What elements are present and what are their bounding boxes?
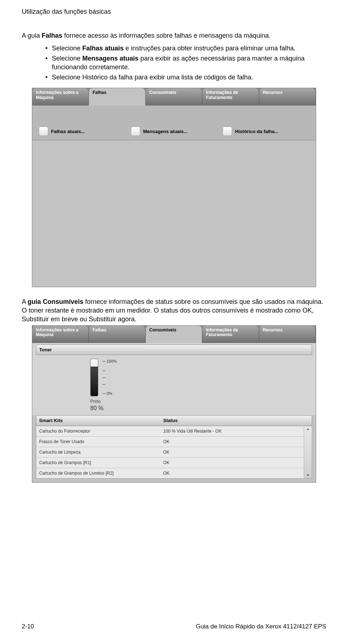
screenshot-falhas: Informações sobre a Máquina Falhas Consu…: [32, 88, 316, 287]
tab-label: Recursos: [263, 90, 283, 95]
toner-body: 100% 0%: [36, 357, 312, 399]
smartkits-body: Cartucho do Fotorreceptor 100 % Vida Úti…: [36, 426, 312, 479]
tab-informacoes-maquina[interactable]: Informações sobre a Máquina: [32, 88, 89, 106]
para2-prefix: A: [22, 298, 28, 305]
toner-ticks: 100% 0%: [103, 359, 117, 396]
sk-status: 100 % Vida Útil Restante - OK: [163, 428, 309, 434]
tick-label: 100%: [107, 359, 117, 364]
bullet-bold: Mensagens atuais: [82, 55, 138, 62]
tab-consumiveis[interactable]: Consumíveis: [146, 88, 202, 106]
panel-body: Falhas atuais... Mensagens atuais... His…: [32, 106, 316, 287]
toner-color-label: Preto: [90, 399, 312, 404]
bullet-bold: Falhas atuais: [82, 45, 124, 52]
historico-falha-item: Histórico da falha...: [223, 123, 309, 140]
falhas-atuais-item: Falhas atuais...: [39, 123, 125, 140]
dash-icon: [103, 361, 105, 362]
mensagens-atuais-button[interactable]: [131, 127, 140, 136]
sk-status: OK: [163, 470, 309, 476]
scrollbar[interactable]: ▲ ▼: [304, 426, 312, 479]
table-row: Frasco de Toner Usado OK: [36, 437, 312, 447]
intro-bold: Falhas: [42, 32, 62, 39]
bullet-pre: Selecione: [52, 55, 82, 62]
tab-falhas[interactable]: Falhas: [89, 88, 145, 106]
mensagens-atuais-item: Mensagens atuais...: [131, 123, 218, 140]
toner-label-col: Preto 80 %: [90, 399, 312, 414]
bullet-list: Selecione Falhas atuais e instruções par…: [22, 44, 326, 82]
tab-label: Informações sobre a Máquina: [36, 90, 86, 100]
screenshot-consumiveis: Informações sobre a Máquina Falhas Consu…: [32, 325, 316, 483]
fault-buttons-row: Falhas atuais... Mensagens atuais... His…: [32, 106, 316, 140]
consumables-paragraph: A guia Consumíveis fornece informações d…: [22, 297, 326, 324]
list-item: Selecione Falhas atuais e instruções par…: [45, 44, 326, 53]
toggle-label: Histórico da falha...: [235, 128, 278, 135]
page-number: 2-10: [22, 623, 34, 631]
tick-mid2: [103, 377, 117, 378]
intro-paragraph: A guia Falhas fornece acesso às informaç…: [22, 31, 326, 40]
tab-label: Informações sobre a Máquina: [36, 328, 86, 338]
table-row: Cartucho de Limpeza OK: [36, 447, 312, 458]
sk-name: Cartucho de Limpeza: [39, 449, 163, 455]
smartkits-section: Smart Kits Status Cartucho do Fotorrecep…: [36, 415, 312, 479]
toner-percent: 80 %: [90, 404, 312, 412]
toggle-label: Mensagens atuais...: [143, 128, 188, 135]
tab-informacoes-maquina[interactable]: Informações sobre a Máquina: [32, 326, 89, 343]
tab-recursos[interactable]: Recursos: [259, 88, 316, 106]
tab-faturamento[interactable]: Informações de Faturamento: [202, 88, 259, 106]
tab-bar: Informações sobre a Máquina Falhas Consu…: [32, 326, 316, 343]
falhas-atuais-button[interactable]: [39, 127, 48, 136]
tick-0: 0%: [103, 391, 117, 396]
tab-label: Informações de Faturamento: [206, 90, 256, 100]
toggle-label: Falhas atuais...: [51, 128, 85, 135]
bullet-post: e instruções para obter instruções para …: [124, 45, 295, 52]
bullet-pre: Selecione: [52, 45, 82, 52]
tab-label: Consumíveis: [149, 90, 177, 95]
tab-label: Informações de Faturamento: [206, 328, 256, 338]
tab-faturamento[interactable]: Informações de Faturamento: [202, 326, 259, 343]
toner-fill: [91, 367, 98, 396]
tick-100: 100%: [103, 359, 117, 364]
tick-mid3: [103, 384, 117, 385]
dash-icon: [103, 384, 105, 385]
sk-status: OK: [163, 449, 309, 455]
historico-falha-button[interactable]: [223, 127, 232, 136]
scroll-down-icon[interactable]: ▼: [306, 474, 310, 477]
list-item: Selecione Mensagens atuais para exibir a…: [45, 54, 326, 72]
tick-mid1: [103, 371, 117, 371]
sk-col-status: Status: [163, 417, 309, 424]
tab-label: Falhas: [92, 90, 106, 95]
toner-header: Toner: [36, 344, 312, 355]
intro-prefix: A guia: [22, 32, 42, 39]
page-footer: 2-10 Guia de Início Rápido da Xerox 4112…: [22, 623, 326, 631]
dash-icon: [103, 371, 105, 371]
para2-bold: guia Consumíveis: [28, 298, 83, 305]
intro-suffix: fornece acesso às informações sobre falh…: [62, 32, 270, 39]
tick-label: 0%: [107, 391, 112, 396]
sk-status: OK: [163, 460, 309, 466]
sk-name: Cartucho do Fotorreceptor: [39, 428, 163, 434]
sk-name: Cartucho de Grampos de Livretos [R2]: [39, 470, 163, 476]
tab-label: Falhas: [92, 328, 106, 333]
dash-icon: [103, 377, 105, 378]
list-item: Selecione Histórico da falha para exibir…: [45, 73, 326, 82]
table-row: Cartucho de Grampos [R1] OK: [36, 458, 312, 468]
table-row: Cartucho do Fotorreceptor 100 % Vida Úti…: [36, 426, 312, 437]
smartkits-header: Smart Kits Status: [36, 415, 312, 426]
table-row: Cartucho de Grampos de Livretos [R2] OK: [36, 468, 312, 478]
tab-label: Recursos: [263, 328, 283, 333]
tab-recursos[interactable]: Recursos: [259, 326, 316, 343]
dash-icon: [103, 393, 105, 394]
sk-col-name: Smart Kits: [39, 417, 163, 424]
tab-bar: Informações sobre a Máquina Falhas Consu…: [32, 88, 316, 106]
tab-label: Consumíveis: [149, 328, 177, 333]
page-section-header: Utilização das funções básicas: [22, 7, 326, 16]
tab-falhas[interactable]: Falhas: [89, 326, 145, 343]
sk-name: Frasco de Toner Usado: [39, 439, 163, 445]
sk-status: OK: [163, 439, 309, 445]
footer-title: Guia de Início Rápido da Xerox 4112/4127…: [196, 623, 326, 631]
scroll-up-icon[interactable]: ▲: [306, 427, 310, 431]
tab-consumiveis[interactable]: Consumíveis: [146, 326, 202, 343]
toner-gauge: [90, 359, 98, 396]
toner-section: Toner 100% 0% Preto 80 %: [32, 343, 316, 415]
bullet-pre: Selecione Histórico da falha para exibir…: [52, 74, 253, 81]
sk-name: Cartucho de Grampos [R1]: [39, 460, 163, 466]
